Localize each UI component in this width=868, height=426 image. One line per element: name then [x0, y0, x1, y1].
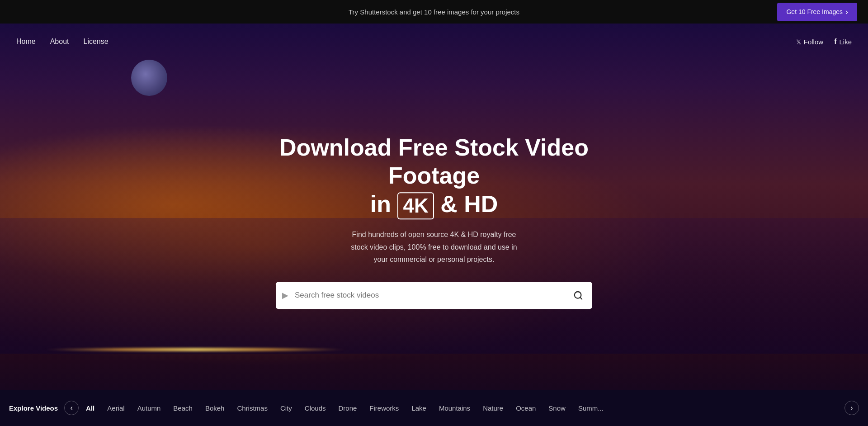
hero-title: Download Free Stock Video Footage in 4K … [276, 133, 592, 219]
facebook-icon [834, 38, 836, 46]
category-bar: Explore Videos ‹ All Aerial Autumn Beach… [0, 390, 868, 426]
hero-section: Home About License Follow Like Download … [0, 24, 868, 426]
category-city[interactable]: City [280, 404, 292, 412]
top-banner: Try Shutterstock and get 10 free images … [0, 0, 868, 24]
category-christmas[interactable]: Christmas [237, 404, 268, 412]
category-clouds[interactable]: Clouds [305, 404, 326, 412]
category-bokeh[interactable]: Bokeh [205, 404, 225, 412]
category-aerial[interactable]: Aerial [107, 404, 124, 412]
nav-social-links: Follow Like [796, 38, 852, 46]
svg-line-1 [580, 298, 582, 299]
follow-label: Follow [804, 38, 823, 46]
category-nature[interactable]: Nature [483, 404, 503, 412]
hero-title-line1: Download Free Stock Video Footage [279, 134, 589, 189]
hero-title-line3: & HD [440, 191, 498, 217]
moon-decoration [131, 60, 167, 96]
category-lake[interactable]: Lake [411, 404, 426, 412]
nav-license[interactable]: License [84, 38, 108, 46]
search-icon [573, 290, 583, 300]
category-next-button[interactable]: › [844, 401, 859, 415]
facebook-like-link[interactable]: Like [834, 38, 852, 46]
nav-home[interactable]: Home [16, 38, 36, 46]
category-all[interactable]: All [86, 404, 94, 412]
nav-about[interactable]: About [50, 38, 69, 46]
category-beach[interactable]: Beach [173, 404, 193, 412]
nav-links: Home About License [16, 38, 108, 46]
category-prev-button[interactable]: ‹ [64, 401, 79, 415]
navbar: Home About License Follow Like [0, 24, 868, 60]
hero-subtitle: Find hundreds of open source 4K & HD roy… [276, 229, 592, 266]
shutterstock-cta-button[interactable]: Get 10 Free Images [777, 3, 857, 21]
search-input[interactable] [295, 291, 564, 300]
search-bar: ▶ [276, 282, 592, 309]
4k-badge: 4K [397, 192, 434, 220]
banner-text: Try Shutterstock and get 10 free images … [349, 8, 519, 16]
twitter-icon [796, 38, 801, 46]
category-autumn[interactable]: Autumn [137, 404, 161, 412]
category-fireworks[interactable]: Fireworks [369, 404, 399, 412]
like-label: Like [839, 38, 852, 46]
search-button[interactable] [564, 290, 592, 300]
water-shimmer [43, 348, 347, 351]
twitter-follow-link[interactable]: Follow [796, 38, 823, 46]
category-summer[interactable]: Summ... [578, 404, 604, 412]
category-ocean[interactable]: Ocean [516, 404, 536, 412]
category-list: All Aerial Autumn Beach Bokeh Christmas … [86, 404, 837, 412]
category-snow[interactable]: Snow [548, 404, 566, 412]
explore-label: Explore Videos [9, 404, 58, 412]
video-search-icon: ▶ [276, 290, 295, 300]
hero-content: Download Free Stock Video Footage in 4K … [276, 133, 592, 309]
category-drone[interactable]: Drone [339, 404, 357, 412]
category-mountains[interactable]: Mountains [439, 404, 470, 412]
hero-title-line2: in [370, 191, 391, 217]
